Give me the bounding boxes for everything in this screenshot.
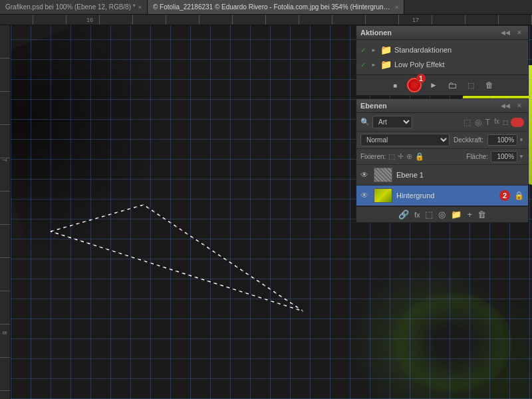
- blend-mode-row: Normal Deckkraft: ▼: [356, 132, 528, 149]
- layer-bottom-toolbar: 🔗 fx ⬚ ◎ 📁 + 🗑: [356, 206, 528, 222]
- panel-ebenen-title: Ebenen: [360, 102, 387, 110]
- lock-icon-hintergrund: 🔒: [514, 191, 524, 200]
- stop-button[interactable]: ■: [388, 80, 402, 90]
- play-button[interactable]: ►: [427, 80, 440, 90]
- fix-row: Fixieren: ⬚ ✛ ⊕ 🔒 Fläche: ▼: [356, 149, 528, 165]
- panel-ebenen: Ebenen ◀◀ ✕ 🔍 Art ⬚ ◎ T: [356, 98, 529, 223]
- layer-group-button[interactable]: 📁: [451, 209, 462, 219]
- layer-thumb-ebene1: [374, 168, 392, 182]
- opacity-label: Deckkraft:: [454, 136, 483, 144]
- layer-name-hintergrund: Hintergrund: [396, 192, 495, 200]
- record-number-badge: 1: [416, 74, 426, 83]
- ruler-h-ticks: [0, 15, 532, 25]
- main-area: 7 8 Aktionen ◀◀ ✕: [0, 25, 532, 399]
- filter-icon-adjust[interactable]: ◎: [475, 118, 481, 127]
- filter-icons: ⬚ ◎ T fx □: [464, 118, 508, 127]
- panel-aktionen-close[interactable]: ✕: [515, 29, 524, 37]
- new-set-button[interactable]: 🗀: [446, 80, 459, 90]
- layer-number-badge-2: 2: [499, 190, 510, 201]
- adjustment-layer-button[interactable]: ◎: [438, 209, 446, 219]
- fix-icon-pixel[interactable]: ⬚: [388, 152, 395, 161]
- new-layer-button[interactable]: +: [467, 209, 472, 219]
- eye-icon-hintergrund[interactable]: 👁: [360, 191, 370, 200]
- new-action-button[interactable]: ⬚: [464, 80, 477, 90]
- ruler-label-7: 7: [1, 158, 8, 162]
- ruler-label-8: 8: [1, 331, 8, 334]
- panels-container: Aktionen ◀◀ ✕ ✓ ► 📁 Standardaktionen ✓: [356, 25, 532, 223]
- filter-select[interactable]: Art: [372, 116, 412, 128]
- panel-aktionen: Aktionen ◀◀ ✕ ✓ ► 📁 Standardaktionen ✓: [356, 25, 529, 96]
- filter-icon-shape[interactable]: fx: [494, 118, 499, 127]
- eye-icon-ebene1[interactable]: 👁: [360, 170, 370, 180]
- tab-grafiken-label: Grafiken.psd bei 100% (Ebene 12, RGB/8) …: [5, 3, 136, 11]
- panel-aktionen-toolbar: ■ 1 ► 🗀 ⬚ 🗑: [356, 74, 528, 95]
- fix-icons: ⬚ ✛ ⊕ 🔒: [388, 152, 424, 161]
- panel-aktionen-title: Aktionen: [360, 29, 392, 37]
- ruler-label-16: 16: [86, 17, 93, 23]
- record-button[interactable]: 1: [407, 78, 422, 92]
- panel-aktionen-header: Aktionen ◀◀ ✕: [356, 26, 528, 40]
- check-standardaktionen: ✓: [360, 47, 368, 54]
- action-item-lowpoly[interactable]: ✓ ► 📁 Low Poly Effekt: [356, 57, 528, 72]
- filter-row: 🔍 Art ⬚ ◎ T fx □: [356, 113, 528, 132]
- panel-aktionen-collapse[interactable]: ◀◀: [499, 29, 512, 37]
- filter-icon-pixel[interactable]: ⬚: [464, 118, 471, 127]
- filter-icon-smart[interactable]: □: [503, 118, 508, 127]
- layer-name-ebene1: Ebene 1: [396, 171, 524, 179]
- toggle-standardaktionen[interactable]: ►: [371, 47, 378, 53]
- ruler-v-ticks: [0, 25, 10, 399]
- delete-action-button[interactable]: 🗑: [483, 80, 496, 90]
- folder-standardaktionen-icon: 📁: [380, 45, 392, 55]
- add-mask-button[interactable]: ⬚: [425, 209, 433, 219]
- panel-ebenen-header: Ebenen ◀◀ ✕: [356, 99, 528, 113]
- tab-grafiken-close[interactable]: ×: [138, 4, 142, 11]
- tab-fotolia-close[interactable]: ×: [395, 4, 398, 11]
- flache-input[interactable]: [491, 151, 517, 162]
- panel-ebenen-controls: ◀◀ ✕: [499, 102, 524, 110]
- filter-toggle[interactable]: [511, 118, 524, 127]
- panel-aktionen-controls: ◀◀ ✕: [499, 29, 524, 37]
- ruler-horizontal: 16 17: [0, 15, 532, 25]
- fix-icon-rotate[interactable]: ⊕: [406, 152, 412, 161]
- link-layers-button[interactable]: 🔗: [398, 209, 409, 219]
- tab-bar: Grafiken.psd bei 100% (Ebene 12, RGB/8) …: [0, 0, 532, 15]
- folder-lowpoly-icon: 📁: [380, 59, 392, 70]
- filter-icon-text[interactable]: T: [485, 118, 490, 127]
- layer-item-hintergrund[interactable]: 👁 Hintergrund 2 🔒: [356, 186, 528, 206]
- canvas-content[interactable]: Aktionen ◀◀ ✕ ✓ ► 📁 Standardaktionen ✓: [11, 25, 532, 399]
- check-lowpoly: ✓: [360, 61, 368, 68]
- ruler-vertical: 7 8: [0, 25, 11, 399]
- tab-fotolia-label: © Fotolia_22186231 © Eduardo Rivero - Fo…: [153, 3, 392, 11]
- fix-icon-all[interactable]: 🔒: [415, 152, 424, 161]
- flache-label: Fläche:: [466, 153, 488, 160]
- label-standardaktionen: Standardaktionen: [394, 46, 452, 54]
- panel-ebenen-close[interactable]: ✕: [515, 102, 524, 110]
- filter-search-icon: 🔍: [360, 118, 370, 126]
- label-lowpoly: Low Poly Effekt: [394, 61, 445, 68]
- fix-label: Fixieren:: [360, 153, 386, 160]
- layer-thumb-hintergrund: [374, 188, 392, 203]
- opacity-input[interactable]: [487, 134, 517, 146]
- layer-item-ebene1[interactable]: 👁 Ebene 1: [356, 165, 528, 186]
- opacity-dropdown-arrow[interactable]: ▼: [519, 137, 524, 143]
- action-item-standardaktionen[interactable]: ✓ ► 📁 Standardaktionen: [356, 43, 528, 57]
- tab-grafiken[interactable]: Grafiken.psd bei 100% (Ebene 12, RGB/8) …: [0, 0, 148, 14]
- blend-mode-select[interactable]: Normal: [360, 134, 450, 146]
- fix-icon-move[interactable]: ✛: [398, 152, 404, 161]
- delete-layer-button[interactable]: 🗑: [477, 209, 486, 219]
- layer-styles-button[interactable]: fx: [414, 211, 420, 219]
- panel-ebenen-collapse[interactable]: ◀◀: [499, 102, 512, 110]
- ruler-label-17: 17: [412, 17, 419, 23]
- tab-fotolia[interactable]: © Fotolia_22186231 © Eduardo Rivero - Fo…: [148, 0, 404, 14]
- flache-dropdown-arrow[interactable]: ▼: [519, 154, 524, 160]
- panel-aktionen-content: ✓ ► 📁 Standardaktionen ✓ ► 📁 Low Poly Ef…: [356, 40, 528, 74]
- toggle-lowpoly[interactable]: ►: [371, 62, 378, 68]
